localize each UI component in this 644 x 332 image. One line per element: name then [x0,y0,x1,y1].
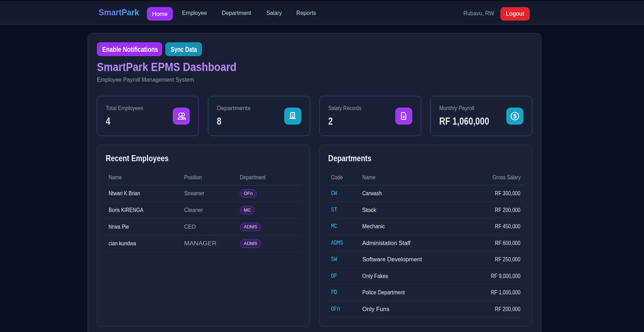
svg-text:$: $ [513,113,516,119]
